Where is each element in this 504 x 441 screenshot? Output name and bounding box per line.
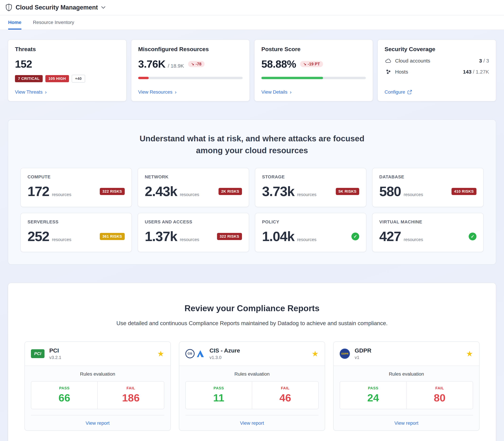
report-version: v3.2.1: [49, 355, 61, 360]
high-badge: 105 HIGH: [45, 75, 69, 82]
cloud-accounts-label: Cloud accounts: [395, 58, 430, 64]
report-card-pci: PCI PCI v3.2.1 ★ Rules evaluation PASS 6…: [24, 341, 171, 431]
external-link-icon: [407, 90, 412, 94]
risk-card-policy[interactable]: POLICY 1.04k resources ✓: [255, 213, 366, 252]
pass-cell: PASS 11: [186, 381, 252, 409]
misconfigured-count: 3.76K: [138, 58, 165, 70]
pass-count: 11: [188, 392, 249, 404]
threats-count: 152: [15, 58, 119, 70]
risk-section: Understand what is at risk, and where at…: [8, 119, 496, 265]
fail-cell: FAIL 46: [252, 381, 318, 409]
threats-title: Threats: [15, 46, 119, 52]
view-threats-link[interactable]: View Threats›: [15, 89, 47, 95]
tab-resource-inventory[interactable]: Resource Inventory: [33, 15, 74, 30]
check-icon: ✓: [351, 233, 359, 240]
hosts-total: / 1.27K: [471, 69, 489, 75]
compliance-title: Review your Compliance Reports: [24, 303, 480, 313]
risk-badge: 2K RISKS: [219, 188, 242, 195]
hosts-value: 143: [463, 69, 471, 75]
app-header: Cloud Security Management: [0, 0, 504, 15]
summary-row: Threats 152 7 CRITICAL 105 HIGH +40 View…: [8, 39, 496, 101]
pass-count: 24: [343, 392, 403, 404]
fail-count: 46: [255, 392, 316, 404]
pass-cell: PASS 24: [340, 381, 406, 409]
hosts-row: Hosts 143 / 1.27K: [385, 69, 489, 75]
report-name: CIS - Azure: [210, 347, 240, 354]
security-coverage-card: Security Coverage Cloud accounts 3 / 3 H…: [377, 39, 496, 101]
fail-cell: FAIL 80: [407, 381, 473, 409]
pci-logo: PCI: [31, 349, 45, 358]
report-card-cis-azure: CIS CIS - Azure v1.3.0 ★ Rules evaluatio…: [179, 341, 325, 431]
posture-trend-pill: ↘-19 PT: [300, 61, 323, 67]
gdpr-logo: GDPR: [340, 348, 350, 359]
chevron-right-icon: ›: [45, 90, 47, 94]
rules-evaluation-label: Rules evaluation: [340, 371, 473, 377]
risk-card-serverless[interactable]: SERVERLESS 252 resources 361 RISKS: [20, 213, 132, 252]
misconfigured-total: / 18.9K: [168, 63, 184, 69]
chevron-right-icon: ›: [175, 90, 177, 94]
page-title: Cloud Security Management: [16, 4, 98, 11]
misconfigured-resources-card: Misconfigured Resources 3.76K / 18.9K ↘-…: [131, 39, 250, 101]
coverage-title: Security Coverage: [385, 46, 489, 52]
trend-down-icon: ↘: [303, 62, 306, 66]
cloud-accounts-total: / 3: [482, 58, 489, 63]
critical-badge: 7 CRITICAL: [15, 75, 43, 82]
rules-evaluation-label: Rules evaluation: [185, 371, 319, 377]
posture-score: 58.88%: [261, 58, 296, 70]
risk-card-compute[interactable]: COMPUTE 172 resources 322 RISKS: [20, 168, 132, 207]
view-report-link[interactable]: View report: [240, 420, 264, 426]
posture-title: Posture Score: [261, 46, 366, 52]
report-name: GDPR: [355, 347, 371, 354]
star-icon[interactable]: ★: [157, 350, 164, 358]
report-name: PCI: [49, 347, 61, 354]
fail-cell: FAIL 186: [98, 381, 164, 409]
rules-evaluation-label: Rules evaluation: [31, 371, 164, 377]
posture-progress-fill: [261, 77, 323, 79]
risk-card-database[interactable]: DATABASE 580 resources 410 RISKS: [372, 168, 484, 207]
risk-card-network[interactable]: NETWORK 2.43k resources 2K RISKS: [138, 168, 249, 207]
pass-count: 66: [34, 392, 95, 404]
view-report-link[interactable]: View report: [394, 420, 418, 426]
misconfigured-progress-fill: [138, 77, 149, 79]
risk-card-virtual-machine[interactable]: VIRTUAL MACHINE 427 resources ✓: [372, 213, 484, 252]
azure-logo: [196, 349, 205, 358]
more-badge[interactable]: +40: [72, 75, 85, 82]
threats-card: Threats 152 7 CRITICAL 105 HIGH +40 View…: [8, 39, 127, 101]
posture-score-card: Posture Score 58.88% ↘-19 PT View Detail…: [254, 39, 373, 101]
cloud-accounts-row: Cloud accounts 3 / 3: [385, 58, 489, 64]
risk-grid: COMPUTE 172 resources 322 RISKS NETWORK …: [20, 168, 484, 252]
risk-badge: 322 RISKS: [100, 188, 125, 195]
view-resources-link[interactable]: View Resources›: [138, 89, 177, 95]
risk-card-storage[interactable]: STORAGE 3.73k resources 5K RISKS: [255, 168, 366, 207]
risk-badge: 322 RISKS: [217, 233, 242, 240]
risk-card-users-and-access[interactable]: USERS AND ACCESS 1.37k resources 322 RIS…: [138, 213, 249, 252]
posture-progress-bar: [261, 77, 366, 79]
report-version: v1.3.0: [210, 355, 240, 360]
report-version: v1: [355, 355, 371, 360]
compliance-subtitle: Use detailed and continuous Compliance R…: [24, 320, 480, 327]
cloud-accounts-value: 3: [479, 58, 482, 63]
cis-logo: CIS: [185, 349, 195, 358]
tab-home[interactable]: Home: [8, 15, 21, 30]
view-details-link[interactable]: View Details›: [261, 89, 292, 95]
main-content: Threats 152 7 CRITICAL 105 HIGH +40 View…: [0, 30, 504, 441]
view-report-link[interactable]: View report: [86, 420, 110, 426]
configure-link[interactable]: Configure: [385, 89, 412, 95]
misconfigured-title: Misconfigured Resources: [138, 46, 243, 52]
report-card-gdpr: GDPR GDPR v1 ★ Rules evaluation PASS 24: [333, 341, 480, 431]
fail-count: 80: [409, 392, 470, 404]
risk-badge: 410 RISKS: [452, 188, 476, 195]
star-icon[interactable]: ★: [312, 350, 319, 358]
misconfigured-trend-pill: ↘-78: [188, 61, 205, 67]
trend-down-icon: ↘: [191, 62, 194, 66]
check-icon: ✓: [469, 233, 476, 240]
compliance-reports: PCI PCI v3.2.1 ★ Rules evaluation PASS 6…: [24, 341, 480, 431]
chevron-down-icon[interactable]: [101, 6, 105, 9]
hosts-label: Hosts: [395, 69, 408, 75]
misconfigured-progress-bar: [138, 77, 243, 79]
compliance-section: Review your Compliance Reports Use detai…: [8, 283, 496, 441]
pass-cell: PASS 66: [31, 381, 98, 409]
star-icon[interactable]: ★: [466, 350, 473, 358]
hosts-icon: [385, 69, 392, 75]
shield-icon: [5, 4, 12, 11]
